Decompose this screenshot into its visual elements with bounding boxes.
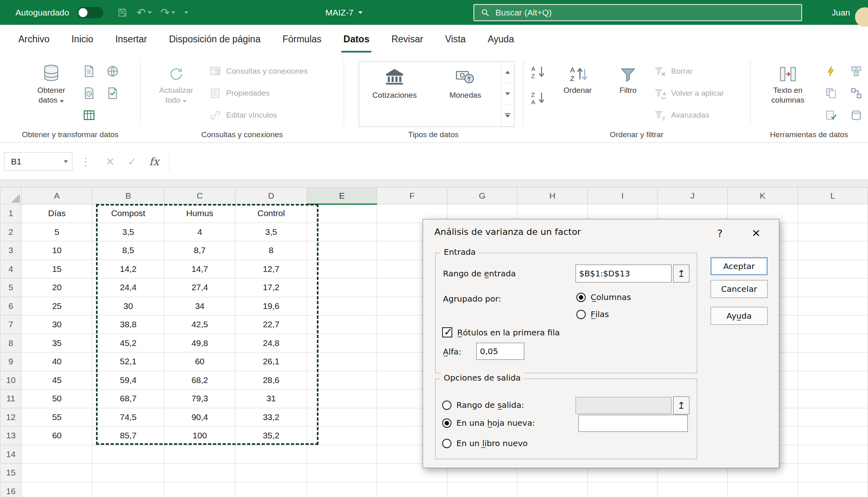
gallery-more-button[interactable]: [501, 105, 514, 127]
gallery-scroll-up-button[interactable]: [501, 61, 514, 83]
tab-formulas[interactable]: Fórmulas: [271, 25, 332, 54]
cell-B4[interactable]: 14,2: [92, 260, 164, 278]
from-web-button[interactable]: [105, 63, 120, 79]
cell-A2[interactable]: 5: [22, 223, 92, 241]
cell-C6[interactable]: 34: [164, 297, 235, 315]
cell-E11[interactable]: [307, 390, 377, 408]
column-header-H[interactable]: H: [517, 188, 588, 204]
consultas-conexiones-button[interactable]: Consultas y conexiones: [208, 63, 308, 80]
cell-D3[interactable]: 8: [236, 241, 307, 260]
cell-A5[interactable]: 20: [22, 278, 92, 297]
cell-C3[interactable]: 8,7: [164, 241, 235, 260]
column-header-E[interactable]: E: [307, 188, 377, 204]
editar-vinculos-button[interactable]: Editar vínculos: [208, 107, 277, 124]
select-all-corner[interactable]: [0, 188, 22, 204]
cell-D14[interactable]: [236, 445, 307, 464]
cell-B8[interactable]: 45,2: [92, 334, 164, 352]
row-header-13[interactable]: 13: [0, 427, 22, 445]
cell-G16[interactable]: [447, 482, 517, 497]
dialog-close-button[interactable]: ✕: [743, 224, 770, 242]
cell-C1[interactable]: Humus: [164, 204, 235, 223]
cell-L4[interactable]: [798, 260, 868, 278]
cotizaciones-button[interactable]: Cotizaciones: [364, 61, 425, 127]
ordenar-button[interactable]: AZ Ordenar: [554, 60, 601, 95]
cell-E3[interactable]: [307, 241, 377, 260]
texto-en-columnas-button[interactable]: Texto en columnas: [757, 60, 818, 105]
cell-B15[interactable]: [92, 464, 164, 482]
cell-D15[interactable]: [236, 464, 307, 482]
actualizar-todo-button[interactable]: Actualizar todo: [150, 60, 203, 105]
row-header-2[interactable]: 2: [0, 223, 22, 241]
rango-entrada-input[interactable]: [576, 265, 672, 282]
cell-E15[interactable]: [307, 464, 377, 482]
cell-E10[interactable]: [307, 371, 377, 390]
radio-filas[interactable]: F̲ilas: [576, 309, 609, 319]
row-header-8[interactable]: 8: [0, 334, 22, 352]
cell-E13[interactable]: [307, 427, 377, 445]
search-input[interactable]: [495, 8, 795, 18]
cell-L6[interactable]: [798, 297, 868, 315]
cell-D16[interactable]: [236, 482, 307, 497]
cell-E5[interactable]: [307, 278, 377, 297]
cell-B7[interactable]: 38,8: [92, 315, 164, 334]
tab-revisar[interactable]: Revisar: [380, 25, 434, 54]
existing-connections-button[interactable]: [105, 85, 120, 101]
formula-input[interactable]: [174, 143, 868, 180]
cell-E6[interactable]: [307, 297, 377, 315]
cell-D7[interactable]: 22,7: [236, 315, 307, 334]
radio-hoja-nueva[interactable]: En una h̲oja nueva:: [442, 418, 535, 428]
cell-C5[interactable]: 27,4: [164, 278, 235, 297]
row-header-3[interactable]: 3: [0, 241, 22, 260]
row-header-5[interactable]: 5: [0, 278, 22, 297]
sort-za-button[interactable]: ZA: [529, 89, 547, 107]
cell-L7[interactable]: [798, 315, 868, 334]
cell-B13[interactable]: 85,7: [92, 427, 164, 445]
rango-entrada-collapse-button[interactable]: ↥: [673, 265, 689, 282]
cell-E9[interactable]: [307, 352, 377, 371]
cell-B9[interactable]: 52,1: [92, 352, 164, 371]
cell-E12[interactable]: [307, 408, 377, 427]
row-header-9[interactable]: 9: [0, 352, 22, 371]
cell-D10[interactable]: 28,6: [236, 371, 307, 390]
cell-A1[interactable]: Días: [22, 204, 92, 223]
cell-L11[interactable]: [798, 390, 868, 408]
cell-A6[interactable]: 25: [22, 297, 92, 315]
monedas-button[interactable]: Monedas: [435, 61, 496, 127]
column-header-I[interactable]: I: [587, 188, 657, 204]
radio-libro-nuevo[interactable]: En un l̲ibro nuevo: [442, 438, 528, 448]
avanzadas-button[interactable]: Avanzadas: [653, 107, 709, 124]
cell-D5[interactable]: 17,2: [236, 278, 307, 297]
cell-E14[interactable]: [307, 445, 377, 464]
row-header-10[interactable]: 10: [0, 371, 22, 390]
cell-D13[interactable]: 35,2: [236, 427, 307, 445]
cell-B10[interactable]: 59,4: [92, 371, 164, 390]
column-header-D[interactable]: D: [236, 188, 307, 204]
cell-B5[interactable]: 24,4: [92, 278, 164, 297]
cell-C8[interactable]: 49,8: [164, 334, 235, 352]
cell-B16[interactable]: [92, 482, 164, 497]
name-box[interactable]: B1: [4, 152, 72, 171]
cell-C15[interactable]: [164, 464, 235, 482]
cell-A14[interactable]: [22, 445, 92, 464]
column-header-J[interactable]: J: [657, 188, 727, 204]
cell-E4[interactable]: [307, 260, 377, 278]
cell-D12[interactable]: 33,2: [236, 408, 307, 427]
sort-az-button[interactable]: AZ: [529, 63, 547, 81]
column-header-F[interactable]: F: [377, 188, 447, 204]
flash-fill-button[interactable]: [823, 63, 839, 79]
cell-A16[interactable]: [22, 482, 92, 497]
cell-B12[interactable]: 74,5: [92, 408, 164, 427]
dialog-help-button[interactable]: ?: [708, 225, 732, 242]
cell-B11[interactable]: 68,7: [92, 390, 164, 408]
cell-J16[interactable]: [657, 482, 727, 497]
cell-B6[interactable]: 30: [92, 297, 164, 315]
cell-L9[interactable]: [798, 352, 868, 371]
filtro-button[interactable]: Filtro: [609, 60, 647, 95]
row-header-11[interactable]: 11: [0, 390, 22, 408]
row-header-1[interactable]: 1: [0, 204, 22, 223]
cell-A4[interactable]: 15: [22, 260, 92, 278]
rango-salida-collapse-button[interactable]: ↥: [673, 396, 689, 414]
tab-datos[interactable]: Datos: [332, 25, 380, 54]
radio-rango-salida[interactable]: Rango de s̲alida:: [442, 400, 524, 410]
autosave-toggle[interactable]: [77, 7, 103, 18]
